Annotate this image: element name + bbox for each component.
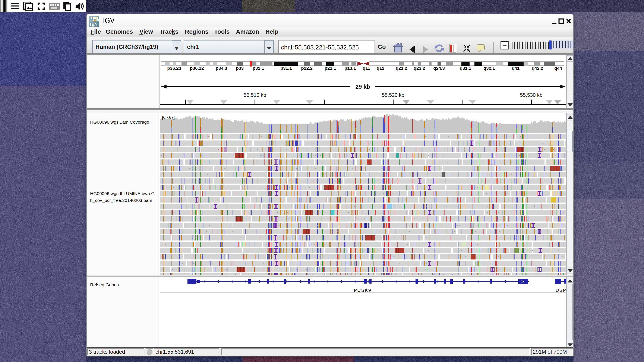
svg-text:q41: q41 [512,66,520,71]
svg-text:29 kb: 29 kb [355,84,370,90]
svg-text:q12: q12 [377,66,384,71]
svg-text:55,520 kb: 55,520 kb [382,92,404,98]
svg-text:p22.2: p22.2 [301,66,312,71]
svg-text:p32.1: p32.1 [252,66,264,71]
svg-text:q11: q11 [362,66,370,71]
svg-text:p13.1: p13.1 [344,66,356,71]
svg-text:55,510 kb: 55,510 kb [244,92,266,98]
svg-text:q24.3: q24.3 [433,66,445,71]
svg-text:PCSK9: PCSK9 [354,288,371,293]
svg-text:p31.1: p31.1 [280,66,292,71]
svg-text:q31.1: q31.1 [460,66,471,71]
svg-text:q42.2: q42.2 [532,66,543,71]
svg-text:p36.23: p36.23 [167,66,181,71]
svg-text:p21.1: p21.1 [324,66,336,71]
svg-text:USP24: USP24 [556,288,566,293]
svg-text:q23.2: q23.2 [414,66,425,71]
svg-text:[0 - 67]: [0 - 67] [162,115,175,120]
svg-text:q32.1: q32.1 [484,66,495,71]
svg-text:p36.12: p36.12 [190,66,204,71]
svg-text:55,530 kb: 55,530 kb [520,92,542,98]
svg-text:q21.2: q21.2 [396,66,407,71]
svg-text:igv: igv [90,20,98,27]
svg-text:p34.3: p34.3 [216,66,227,71]
svg-text:q44: q44 [554,66,562,71]
svg-text:p33: p33 [236,66,244,71]
